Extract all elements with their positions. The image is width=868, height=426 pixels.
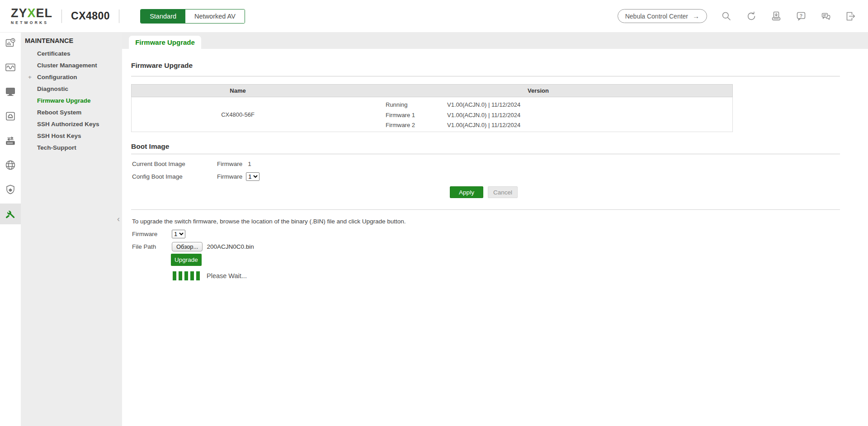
help-icon: ? — [796, 11, 807, 22]
sidebar-item-label: Firmware Upgrade — [37, 97, 91, 104]
sidebar-item-label: Configuration — [37, 74, 77, 80]
version-cell: Running V1.00(ACJN.0) | 11/12/2024 Firmw… — [344, 97, 732, 132]
feedback-button[interactable] — [821, 11, 831, 22]
apply-button[interactable]: Apply — [450, 186, 483, 198]
rail-item-maintenance[interactable] — [0, 204, 21, 224]
search-icon — [721, 11, 732, 22]
divider — [131, 209, 840, 210]
device-model: CX4800 — [71, 10, 110, 22]
firmware-slot-label: Running — [386, 100, 447, 110]
upgrade-instruction: To upgrade the switch firmware, browse t… — [132, 218, 406, 225]
monitor-icon — [5, 62, 16, 73]
system-icon — [5, 86, 16, 98]
zyxel-logo: ZYXEL NETWORKS — [11, 7, 52, 25]
please-wait-text: Please Wait... — [207, 272, 247, 279]
sidebar-item[interactable]: + Configuration — [21, 71, 122, 83]
zyxel-logo-text: ZYXEL — [11, 7, 52, 19]
maintenance-icon — [5, 208, 16, 220]
divider — [131, 154, 840, 154]
column-header-name: Name — [132, 85, 344, 97]
version-row: Firmware 2 V1.00(ACJN.0) | 11/12/2024 — [386, 120, 732, 131]
current-boot-image-number: 1 — [248, 161, 251, 167]
current-boot-image-label: Current Boot Image — [132, 161, 217, 167]
rail-item-monitor[interactable] — [0, 57, 21, 78]
port-icon — [5, 110, 16, 122]
save-button[interactable] — [771, 11, 782, 22]
firmware-slot-label: Firmware 2 — [386, 120, 447, 131]
config-boot-image-prefix: Firmware — [217, 173, 242, 180]
firmware-table-header: Name Version — [131, 84, 733, 97]
progress-bar — [173, 271, 202, 280]
progress-segment — [196, 271, 200, 280]
sidebar-item[interactable]: Reboot System — [21, 107, 122, 118]
file-path-row: File Path Обзор... 200ACJN0C0.bin — [132, 241, 254, 252]
rail-item-port[interactable] — [0, 106, 21, 127]
cancel-button[interactable]: Cancel — [488, 186, 518, 198]
progress-segment — [173, 271, 176, 280]
networked-av-mode-button[interactable]: Networked AV — [185, 9, 245, 23]
topbar: ZYXEL NETWORKS CX4800 Standard Networked… — [0, 0, 868, 33]
collapse-sidebar-button[interactable]: ‹ — [115, 213, 122, 224]
firmware-version-value: V1.00(ACJN.0) | 11/12/2024 — [447, 110, 520, 121]
sidebar-item-label: SSH Host Keys — [37, 133, 81, 139]
main-content: Firmware Upgrade Firmware Upgrade Name V… — [122, 33, 868, 426]
refresh-icon — [746, 11, 757, 22]
sidebar-item[interactable]: Tech-Support — [21, 142, 122, 154]
tab-strip: Firmware Upgrade — [122, 33, 868, 49]
rail-item-dashboard[interactable] — [0, 33, 21, 53]
browse-button[interactable]: Обзор... — [172, 242, 203, 251]
divider — [131, 76, 840, 76]
menu-heading: MAINTENANCE — [25, 37, 122, 44]
networking-icon — [5, 159, 16, 171]
rail-item-system[interactable] — [0, 81, 21, 102]
help-button[interactable]: ? — [796, 11, 807, 22]
device-name-cell: CX4800-56F — [132, 97, 344, 132]
firmware-label: Firmware — [132, 231, 172, 237]
save-icon — [771, 11, 782, 22]
sidebar-item[interactable]: Diagnostic — [21, 83, 122, 95]
nebula-control-center-button[interactable]: Nebula Control Center → — [618, 9, 707, 23]
version-row: Firmware 1 V1.00(ACJN.0) | 11/12/2024 — [386, 110, 732, 121]
upgrade-button[interactable]: Upgrade — [171, 254, 202, 266]
sidebar-item[interactable]: Firmware Upgrade — [21, 95, 122, 107]
arrow-right-icon: → — [693, 12, 699, 20]
logout-button[interactable] — [845, 11, 856, 22]
dashboard-icon — [5, 37, 16, 49]
firmware-table: Name Version CX4800-56F Running V1.00(AC… — [131, 84, 733, 132]
current-boot-image-row: Current Boot Image Firmware 1 — [132, 161, 251, 167]
firmware-slot-label: Firmware 1 — [386, 110, 447, 121]
sidebar-menu: MAINTENANCE Certificates Cluster Managem… — [21, 33, 122, 426]
upgrade-progress-row: Please Wait... — [173, 271, 247, 281]
refresh-button[interactable] — [746, 11, 757, 22]
tab-firmware-upgrade[interactable]: Firmware Upgrade — [129, 36, 201, 49]
zyxel-logo-networks: NETWORKS — [11, 21, 52, 25]
firmware-select-row: Firmware 1 — [132, 228, 185, 239]
standard-mode-button[interactable]: Standard — [141, 9, 185, 23]
sidebar-item[interactable]: Certificates — [21, 48, 122, 60]
table-row: CX4800-56F Running V1.00(ACJN.0) | 11/12… — [131, 97, 733, 132]
config-boot-image-select[interactable]: 1 — [246, 172, 259, 181]
search-button[interactable] — [721, 11, 732, 22]
config-boot-image-label: Config Boot Image — [132, 173, 217, 180]
feedback-icon — [821, 11, 831, 22]
column-header-version: Version — [344, 85, 732, 97]
progress-segment — [184, 271, 188, 280]
config-boot-image-row: Config Boot Image Firmware 1 — [132, 171, 259, 182]
firmware-version-value: V1.00(ACJN.0) | 11/12/2024 — [447, 100, 520, 110]
rail-item-switching[interactable] — [0, 130, 21, 151]
sidebar-item-label: Diagnostic — [37, 85, 68, 92]
switching-icon — [5, 135, 16, 147]
sidebar-item[interactable]: SSH Authorized Keys — [21, 118, 122, 130]
sidebar-item-label: Tech-Support — [37, 144, 76, 151]
sidebar-item[interactable]: SSH Host Keys — [21, 130, 122, 142]
logout-icon — [845, 11, 856, 22]
sidebar-item[interactable]: Cluster Management — [21, 60, 122, 71]
current-boot-image-value: Firmware — [217, 161, 242, 167]
firmware-select[interactable]: 1 — [172, 230, 185, 238]
rail-item-networking[interactable] — [0, 155, 21, 175]
icon-rail — [0, 33, 21, 426]
rail-item-security[interactable] — [0, 179, 21, 200]
divider — [119, 9, 119, 23]
divider — [61, 9, 62, 23]
sidebar-item-label: Cluster Management — [37, 62, 97, 69]
